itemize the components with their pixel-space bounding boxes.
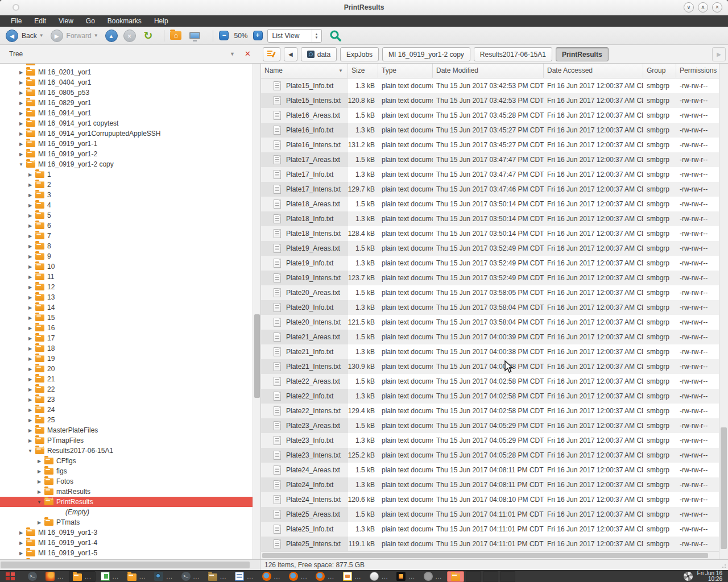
side-panel-selector[interactable]: Tree (9, 45, 23, 63)
tree-item-mi-16-0829-yor1[interactable]: ▶MI 16_0829_yor1 (0, 98, 253, 108)
tree-item-9[interactable]: ▶9 (0, 251, 253, 261)
expander-collapsed-icon[interactable]: ▶ (35, 459, 43, 464)
menu-edit[interactable]: Edit (28, 15, 52, 27)
file-row-plate18-info-txt[interactable]: Plate18_Info.txt1.3 kBplain text documen… (261, 211, 719, 226)
taskbar-button-matlab[interactable]: ... (42, 571, 67, 582)
list-hscrollbar-thumb[interactable] (262, 553, 708, 558)
taskbar-button-image-dark[interactable]: ... (151, 571, 176, 582)
column-header-type[interactable]: Type (378, 64, 433, 78)
expander-collapsed-icon[interactable]: ▶ (17, 90, 25, 95)
tree-item-mi-16-0404-yor1[interactable]: ▶MI 16_0404_yor1 (0, 77, 253, 88)
list-vertical-scrollbar[interactable] (719, 64, 728, 559)
pinwheel-icon[interactable] (684, 572, 693, 581)
menu-help[interactable]: Help (148, 15, 175, 27)
tree-item-18[interactable]: ▶18 (0, 343, 253, 354)
expander-collapsed-icon[interactable]: ▶ (35, 489, 43, 494)
clock[interactable]: Fri Jun 1610:26 (697, 571, 722, 582)
taskbar-button-firefox[interactable]: ... (259, 571, 284, 582)
column-header-permissions[interactable]: Permissions (676, 64, 719, 78)
expander-collapsed-icon[interactable]: ▶ (26, 315, 34, 321)
menu-view[interactable]: View (52, 15, 80, 27)
tree-item-mi-16-0919-yor1-2-copy[interactable]: ▼MI 16_0919_yor1-2 copy (0, 159, 253, 169)
expander-collapsed-icon[interactable]: ▶ (17, 551, 25, 556)
list-vscrollbar-thumb[interactable] (721, 427, 727, 549)
expander-collapsed-icon[interactable]: ▶ (35, 520, 43, 525)
file-row-plate24-areas-txt[interactable]: Plate24_Areas.txt1.5 kBplain text docume… (261, 463, 719, 477)
tree-item-11[interactable]: ▶11 (0, 272, 253, 282)
expander-collapsed-icon[interactable]: ▶ (26, 295, 34, 300)
expander-collapsed-icon[interactable]: ▶ (26, 203, 34, 208)
file-row-plate16-intens-txt[interactable]: Plate16_Intens.txt131.2 kBplain text doc… (261, 138, 719, 152)
file-row-plate21-info-txt[interactable]: Plate21_Info.txt1.3 kBplain text documen… (261, 344, 719, 359)
back-history-caret-icon[interactable]: ▼ (39, 33, 44, 38)
expander-collapsed-icon[interactable]: ▶ (17, 530, 25, 535)
zoom-in-icon[interactable]: + (253, 31, 263, 40)
zoom-out-icon[interactable]: − (219, 31, 229, 40)
file-row-plate24-intens-txt[interactable]: Plate24_Intens.txt120.6 kBplain text doc… (261, 492, 719, 507)
file-row-plate22-areas-txt[interactable]: Plate22_Areas.txt1.5 kBplain text docume… (261, 374, 719, 389)
file-row-plate25-intens-txt[interactable]: Plate25_Intens.txt119.1 kBplain text doc… (261, 537, 719, 551)
tree-horizontal-scrollbar[interactable] (0, 560, 260, 570)
expander-collapsed-icon[interactable]: ▶ (26, 172, 34, 177)
expander-collapsed-icon[interactable]: ▶ (26, 223, 34, 228)
tree-item-5[interactable]: ▶5 (0, 210, 253, 221)
tree-item-4[interactable]: ▶4 (0, 200, 253, 210)
file-row-plate25-info-txt[interactable]: Plate25_Info.txt1.3 kBplain text documen… (261, 522, 719, 537)
expander-expanded-icon[interactable]: ▼ (35, 500, 43, 505)
taskbar-button-writer[interactable]: ... (231, 571, 257, 582)
file-row-plate21-intens-txt[interactable]: Plate21_Intens.txt130.9 kBplain text doc… (261, 359, 719, 374)
tree-item-8[interactable]: ▶8 (0, 241, 253, 251)
edit-path-toggle-button[interactable] (263, 47, 280, 61)
column-header-date-modified[interactable]: Date Modified (433, 64, 544, 78)
expander-collapsed-icon[interactable]: ▶ (17, 80, 25, 85)
tree-scrollbar-thumb[interactable] (254, 314, 260, 398)
column-header-name[interactable]: Name▼ (261, 64, 348, 78)
tree-item-matresults[interactable]: ▶matResults (0, 487, 253, 497)
taskbar-button-none[interactable] (466, 571, 481, 582)
file-row-plate19-info-txt[interactable]: Plate19_Info.txt1.3 kBplain text documen… (261, 256, 719, 271)
expander-collapsed-icon[interactable]: ▶ (17, 121, 25, 126)
taskbar-button-app-gray[interactable]: ... (420, 571, 445, 582)
expander-expanded-icon[interactable]: ▼ (17, 162, 25, 167)
tree-item-mi-16-0919-yor1-3[interactable]: ▶MI 16_0919_yor1-3 (0, 527, 253, 538)
expander-collapsed-icon[interactable]: ▶ (26, 356, 34, 361)
file-row-plate22-info-txt[interactable]: Plate22_Info.txt1.3 kBplain text documen… (261, 389, 719, 404)
file-row-plate22-intens-txt[interactable]: Plate22_Intens.txt129.4 kBplain text doc… (261, 404, 719, 418)
tree-item-mi-16-0919-yor1-1[interactable]: ▶MI 16_0919_yor1-1 (0, 139, 253, 149)
close-button[interactable]: × (712, 2, 722, 13)
breadcrumb-mi-16-0919-yor1-2-copy[interactable]: MI 16_0919_yor1-2 copy (382, 47, 470, 61)
taskbar-button-firefox[interactable]: ... (286, 571, 311, 582)
applications-menu[interactable] (2, 571, 23, 582)
tree-item-13[interactable]: ▶13 (0, 292, 253, 302)
back-icon[interactable]: ◀ (6, 30, 18, 42)
expander-collapsed-icon[interactable]: ▶ (17, 131, 25, 136)
maximize-button[interactable]: ∧ (698, 2, 708, 13)
tree-item-mi-16-0919-yor1-4[interactable]: ▶MI 16_0919_yor1-4 (0, 538, 253, 548)
expander-expanded-icon[interactable]: ▼ (26, 448, 34, 454)
expander-collapsed-icon[interactable]: ▶ (26, 387, 34, 392)
minimize-button[interactable]: ∨ (684, 2, 694, 13)
expander-collapsed-icon[interactable]: ▶ (26, 377, 34, 382)
taskbar-button-calc[interactable]: ... (97, 571, 122, 582)
tree-item-2[interactable]: ▶2 (0, 180, 253, 190)
tree-item-19[interactable]: ▶19 (0, 354, 253, 364)
up-icon[interactable]: ▲ (105, 30, 118, 42)
tree-item-7[interactable]: ▶7 (0, 231, 253, 241)
tree-item-6[interactable]: ▶6 (0, 221, 253, 231)
tree-item-16[interactable]: ▶16 (0, 323, 253, 333)
file-row-plate25-areas-txt[interactable]: Plate25_Areas.txt1.5 kBplain text docume… (261, 507, 719, 522)
taskbar-button-terminal[interactable]: ... (178, 571, 203, 582)
expander-collapsed-icon[interactable]: ▶ (17, 541, 25, 546)
expander-collapsed-icon[interactable]: ▶ (26, 305, 34, 310)
forward-icon[interactable]: ▶ (51, 30, 63, 42)
taskbar-button-folder-active[interactable] (447, 571, 464, 582)
taskbar-button-terminal[interactable] (24, 571, 40, 582)
list-horizontal-scrollbar[interactable] (260, 551, 719, 559)
breadcrumb-scroll-right-button[interactable]: ▶ (712, 47, 726, 61)
file-row-plate23-info-txt[interactable]: Plate23_Info.txt1.3 kBplain text documen… (261, 433, 719, 448)
search-icon[interactable] (329, 29, 342, 43)
file-row-plate21-areas-txt[interactable]: Plate21_Areas.txt1.5 kBplain text docume… (261, 330, 719, 344)
column-header-group[interactable]: Group (643, 64, 676, 78)
tree-item-mi-16-0805-p53[interactable]: ▶MI 16_0805_p53 (0, 88, 253, 98)
expander-collapsed-icon[interactable]: ▶ (26, 193, 34, 198)
